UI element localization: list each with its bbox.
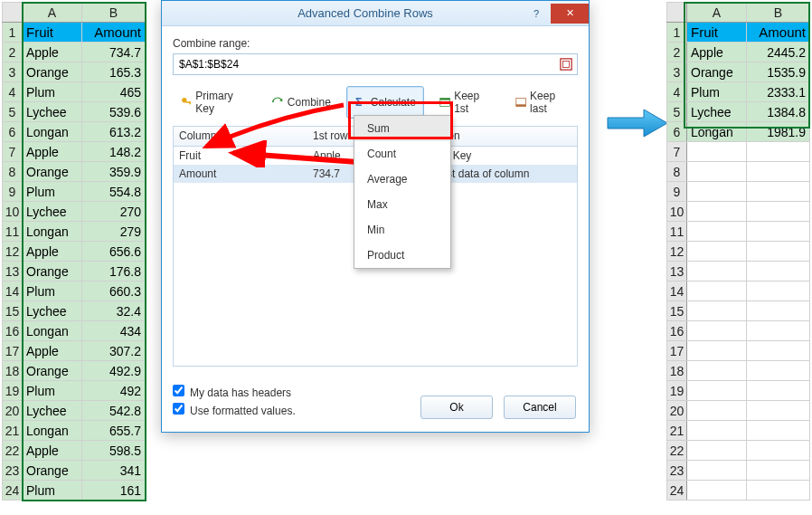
data-cell[interactable]: Orange xyxy=(23,361,82,381)
row-header[interactable]: 23 xyxy=(667,461,687,481)
header-cell[interactable]: Amount xyxy=(747,23,810,43)
row-header[interactable]: 18 xyxy=(667,361,687,381)
header-cell[interactable]: Fruit xyxy=(23,23,82,43)
row-header[interactable]: 4 xyxy=(667,82,687,102)
header-cell[interactable]: Fruit xyxy=(687,23,747,43)
row-header[interactable]: 7 xyxy=(3,142,23,162)
row-header[interactable]: 11 xyxy=(667,222,687,242)
primary-key-button[interactable]: Primary Key xyxy=(173,86,256,119)
data-cell[interactable]: Longan xyxy=(23,421,82,441)
data-cell[interactable] xyxy=(687,381,747,401)
data-cell[interactable]: 307.2 xyxy=(82,341,146,361)
data-cell[interactable]: 434 xyxy=(82,321,146,341)
data-cell[interactable]: Longan xyxy=(687,122,747,142)
row-header[interactable]: 12 xyxy=(3,242,23,262)
row-header[interactable]: 15 xyxy=(3,301,23,321)
row-header[interactable]: 15 xyxy=(667,301,687,321)
ok-button[interactable]: Ok xyxy=(420,396,493,419)
help-button[interactable]: ? xyxy=(524,4,549,24)
data-cell[interactable] xyxy=(687,461,747,481)
row-header[interactable]: 13 xyxy=(3,262,23,281)
data-cell[interactable]: 1535.9 xyxy=(747,62,810,82)
header-cell[interactable]: Amount xyxy=(82,23,146,43)
data-cell[interactable]: Plum xyxy=(23,481,82,501)
data-cell[interactable]: 1384.8 xyxy=(747,102,810,122)
row-header[interactable]: 17 xyxy=(3,341,23,361)
dialog-titlebar[interactable]: Advanced Combine Rows ? ✕ xyxy=(162,1,589,26)
data-cell[interactable]: 270 xyxy=(82,202,146,222)
row-header[interactable]: 18 xyxy=(3,361,23,381)
data-cell[interactable]: 161 xyxy=(82,481,146,501)
data-cell[interactable]: Plum xyxy=(23,82,82,102)
data-cell[interactable] xyxy=(747,281,810,301)
data-cell[interactable] xyxy=(687,262,747,281)
row-header[interactable]: 1 xyxy=(667,23,687,43)
row-header[interactable]: 11 xyxy=(3,222,23,242)
close-button[interactable]: ✕ xyxy=(551,4,589,24)
row-header[interactable]: 21 xyxy=(667,421,687,441)
row-header[interactable]: 17 xyxy=(667,341,687,361)
row-header[interactable]: 1 xyxy=(3,23,23,43)
data-cell[interactable]: Apple xyxy=(23,441,82,461)
data-cell[interactable] xyxy=(687,421,747,441)
data-cell[interactable]: Lychee xyxy=(23,202,82,222)
data-cell[interactable]: Lychee xyxy=(687,102,747,122)
row-header[interactable]: 13 xyxy=(667,262,687,281)
keep-last-button[interactable]: Keep last xyxy=(507,86,578,119)
combine-button[interactable]: Combine xyxy=(263,86,339,119)
row-header[interactable]: 6 xyxy=(667,122,687,142)
data-cell[interactable]: 279 xyxy=(82,222,146,242)
row-header[interactable]: 6 xyxy=(3,122,23,142)
row-header[interactable]: 9 xyxy=(667,182,687,202)
data-cell[interactable] xyxy=(687,242,747,262)
data-cell[interactable]: 176.8 xyxy=(82,262,146,281)
data-cell[interactable] xyxy=(747,441,810,461)
data-cell[interactable] xyxy=(687,361,747,381)
range-selector-icon[interactable] xyxy=(555,54,577,74)
data-cell[interactable]: Apple xyxy=(687,43,747,62)
data-cell[interactable]: 656.6 xyxy=(82,242,146,262)
range-input[interactable] xyxy=(174,58,555,71)
data-cell[interactable]: 148.2 xyxy=(82,142,146,162)
data-cell[interactable] xyxy=(747,321,810,341)
row-header[interactable]: 24 xyxy=(667,481,687,501)
row-header[interactable]: 5 xyxy=(3,102,23,122)
row-header[interactable]: 12 xyxy=(667,242,687,262)
data-cell[interactable]: Apple xyxy=(23,242,82,262)
dropdown-item-count[interactable]: Count xyxy=(354,141,450,167)
data-cell[interactable] xyxy=(747,401,810,421)
row-header[interactable]: 3 xyxy=(667,62,687,82)
data-cell[interactable] xyxy=(747,202,810,222)
row-header[interactable]: 10 xyxy=(667,202,687,222)
formatted-values-checkbox[interactable]: Use formatted values. xyxy=(173,403,296,417)
data-cell[interactable]: Apple xyxy=(23,341,82,361)
row-header[interactable]: 22 xyxy=(667,441,687,461)
row-header[interactable]: 19 xyxy=(667,381,687,401)
row-header[interactable]: 21 xyxy=(3,421,23,441)
col-header-b[interactable]: B xyxy=(747,3,810,23)
data-cell[interactable]: 554.8 xyxy=(82,182,146,202)
data-cell[interactable]: Orange xyxy=(23,62,82,82)
grid-header-column[interactable]: Column xyxy=(174,127,307,146)
data-cell[interactable]: 660.3 xyxy=(82,281,146,301)
data-cell[interactable]: 492 xyxy=(82,381,146,401)
col-header-a[interactable]: A xyxy=(23,3,82,23)
select-all-corner[interactable] xyxy=(3,3,23,23)
data-cell[interactable] xyxy=(747,262,810,281)
data-cell[interactable]: Lychee xyxy=(23,301,82,321)
row-header[interactable]: 3 xyxy=(3,62,23,82)
data-cell[interactable]: 539.6 xyxy=(82,102,146,122)
data-cell[interactable] xyxy=(747,381,810,401)
data-cell[interactable]: Apple xyxy=(23,142,82,162)
data-cell[interactable]: Longan xyxy=(23,122,82,142)
data-cell[interactable] xyxy=(687,341,747,361)
data-cell[interactable]: 32.4 xyxy=(82,301,146,321)
data-cell[interactable]: 734.7 xyxy=(82,43,146,62)
row-header[interactable]: 16 xyxy=(667,321,687,341)
row-header[interactable]: 9 xyxy=(3,182,23,202)
dropdown-item-average[interactable]: Average xyxy=(354,167,450,192)
keep-first-button[interactable]: Keep 1st xyxy=(431,86,500,119)
calculate-button[interactable]: Σ Calculate xyxy=(346,86,424,119)
data-cell[interactable] xyxy=(687,182,747,202)
row-header[interactable]: 10 xyxy=(3,202,23,222)
